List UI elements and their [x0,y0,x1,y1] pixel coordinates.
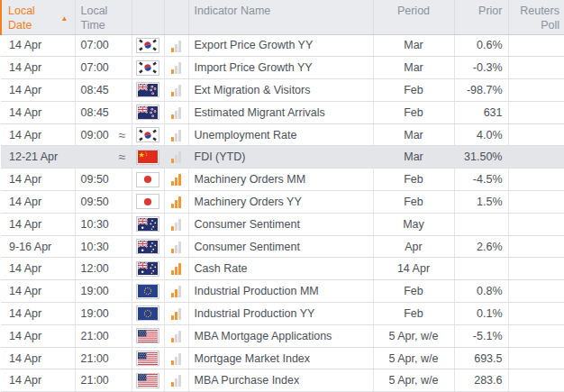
country-flag-cell [132,280,164,303]
indicator-name-value: Export Price Growth YY [188,34,373,57]
country-flag-cell [132,369,164,392]
importance-cell [164,57,188,79]
local-time-value: 19:00 [81,285,109,297]
importance-bars-icon [171,62,181,74]
local-time-cell: 07:00 [75,34,132,57]
economic-calendar-widget: Local Date ▲ Local Time Indicator Name P… [0,0,564,392]
calendar-row[interactable]: 14 Apr 12:00 Cash Rate 14 Apr [1,258,564,280]
local-time-value: 19:00 [81,307,109,320]
column-header-importance[interactable] [164,0,188,34]
reuters-poll-value [508,34,564,57]
flag-new-zealand-icon [136,105,159,120]
calendar-row[interactable]: 14 Apr 09:50 Machinery Orders YY Feb 1.5… [1,191,564,214]
calendar-row[interactable]: 14 Apr 07:00 Export Price Growth YY Mar … [1,34,564,57]
local-date-value: 14 Apr [1,101,75,123]
reuters-poll-value [508,258,564,280]
local-date-value: 9-16 Apr [1,235,75,258]
calendar-row[interactable]: 14 Apr 09:00 ≈ Unemployment Rate Mar 4.0… [1,123,564,146]
calendar-row[interactable]: 14 Apr 21:00 Mortgage Market Index 5 Apr… [1,347,564,369]
importance-cell [164,280,188,303]
reuters-poll-value [508,146,564,169]
prior-value: 2.6% [454,235,508,258]
prior-value: -5.1% [454,324,508,347]
country-flag-cell [132,123,164,146]
local-time-value: 09:50 [81,196,109,208]
column-header-period[interactable]: Period [373,0,454,34]
column-header-prior[interactable]: Prior [454,0,508,34]
importance-cell [164,146,188,169]
calendar-row[interactable]: 14 Apr 10:30 Consumer Sentiment May [1,213,564,235]
column-header-indicator-name[interactable]: Indicator Name [188,0,373,34]
prior-value: 693.5 [454,347,508,369]
country-flag-cell [132,324,164,347]
column-header-local-time[interactable]: Local Time [75,0,132,34]
indicator-name-value: Industrial Production MM [188,280,373,303]
flag-united-states-icon [136,328,159,343]
indicator-name-value: MBA Purchase Index [188,369,373,392]
reuters-poll-value [508,213,564,235]
period-value: 5 Apr, w/e [373,347,454,369]
period-value: Mar [373,34,454,57]
importance-bars-icon [171,41,181,52]
calendar-row[interactable]: 14 Apr 09:50 Machinery Orders MM Feb -4.… [1,169,564,191]
importance-bars-icon [171,107,181,119]
period-value: Feb [373,191,454,214]
importance-cell [164,369,188,392]
flag-china-icon [136,150,159,165]
country-flag-cell [132,347,164,369]
local-time-value: 21:00 [81,352,109,365]
reuters-poll-value [508,369,564,392]
calendar-row[interactable]: 14 Apr 08:45 Ext Migration & Visitors Fe… [1,79,564,102]
period-value: Mar [373,123,454,146]
importance-bars-icon [171,174,181,186]
flag-australia-icon [136,216,159,232]
country-flag-cell [132,57,164,79]
local-time-cell: 21:00 [75,369,132,392]
calendar-row[interactable]: 14 Apr 07:00 Import Price Growth YY Mar … [1,57,564,79]
calendar-row[interactable]: 9-16 Apr 10:30 Consumer Sentiment Apr 2.… [1,235,564,258]
flag-australia-icon [136,261,159,277]
calendar-row[interactable]: 14 Apr 21:00 MBA Mortgage Applications 5… [1,324,564,347]
indicator-name-value: Machinery Orders MM [188,169,373,191]
local-time-cell: 09:00 ≈ [75,123,132,146]
local-time-value: 12:00 [81,262,109,275]
country-flag-cell [132,101,164,123]
calendar-row[interactable]: 14 Apr 21:00 MBA Purchase Index 5 Apr, w… [1,369,564,392]
indicator-name-value: Consumer Sentiment [188,235,373,258]
local-time-cell: 09:50 [75,191,132,214]
period-value: Feb [373,169,454,191]
local-date-value: 14 Apr [1,324,75,347]
local-time-value: 21:00 [81,330,109,342]
flag-european-union-icon [136,284,159,299]
approx-time-icon: ≈ [119,150,126,163]
country-flag-cell [132,34,164,57]
calendar-row[interactable]: 14 Apr 08:45 Estimated Migrant Arrivals … [1,101,564,123]
prior-value [454,213,508,235]
indicator-name-value: Industrial Production YY [188,303,373,325]
local-time-value: 10:30 [81,241,109,253]
column-header-local-date[interactable]: Local Date ▲ [1,0,75,34]
local-time-cell: 21:00 [75,324,132,347]
indicator-name-value: Import Price Growth YY [188,57,373,79]
reuters-poll-value [508,169,564,191]
flag-new-zealand-icon [136,82,159,97]
local-time-cell: 10:30 [75,235,132,258]
local-time-cell: 10:30 [75,213,132,235]
calendar-row[interactable]: 14 Apr 19:00 Industrial Production MM Fe… [1,280,564,303]
column-header-reuters-poll[interactable]: Reuters Poll [508,0,564,34]
economic-calendar-table: Local Date ▲ Local Time Indicator Name P… [0,0,564,392]
calendar-row[interactable]: 14 Apr 19:00 Industrial Production YY Fe… [1,303,564,325]
indicator-name-value: Unemployment Rate [188,123,373,146]
prior-value: 631 [454,101,508,123]
importance-bars-icon [171,353,181,365]
indicator-name-value: Mortgage Market Index [188,347,373,369]
reuters-poll-value [508,123,564,146]
calendar-row[interactable]: 12-21 Apr ≈ FDI (YTD) Mar 31.50% [1,146,564,169]
country-flag-cell [132,191,164,214]
local-time-value: 07:00 [81,39,109,51]
local-time-cell: 08:45 [75,79,132,102]
local-date-value: 14 Apr [1,169,75,191]
column-header-country-flag[interactable] [132,0,164,34]
importance-cell [164,303,188,325]
importance-cell [164,101,188,123]
